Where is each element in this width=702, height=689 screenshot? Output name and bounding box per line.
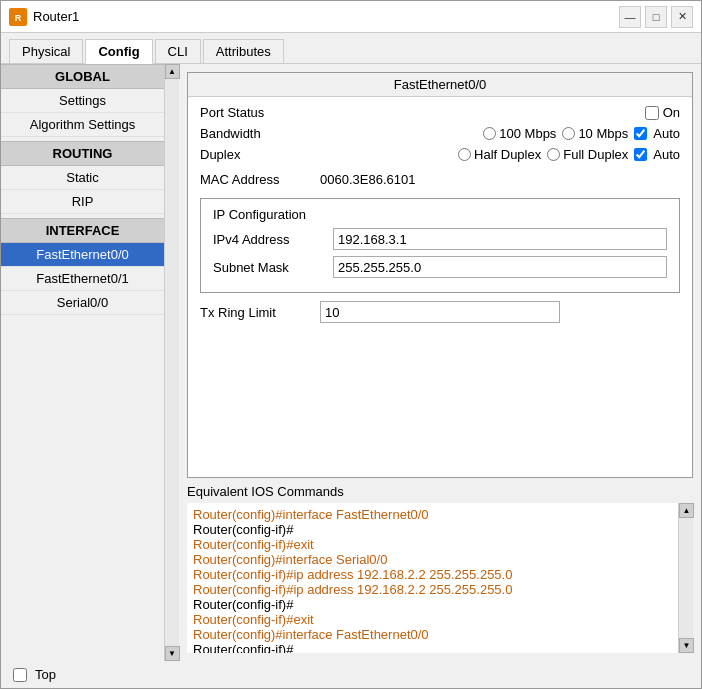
ios-section: Equivalent IOS Commands Router(config)#i… (187, 484, 693, 653)
sidebar-item-static[interactable]: Static (1, 166, 164, 190)
duplex-full-radio[interactable] (547, 148, 560, 161)
ios-console-line: Router(config-if)# (193, 642, 672, 653)
sidebar-routing-header: ROUTING (1, 141, 164, 166)
sidebar-item-serial00[interactable]: Serial0/0 (1, 291, 164, 315)
ipv4-input[interactable] (333, 228, 667, 250)
right-panel: FastEthernet0/0 Port Status On Bandwidth (179, 64, 701, 661)
sidebar-scrollbar[interactable]: ▲ ▼ (164, 64, 179, 661)
maximize-button[interactable]: □ (645, 6, 667, 28)
scrollbar-up-button[interactable]: ▲ (165, 64, 180, 79)
tx-input[interactable] (320, 301, 560, 323)
minimize-button[interactable]: — (619, 6, 641, 28)
bandwidth-100-radio[interactable] (483, 127, 496, 140)
ios-console-line: Router(config-if)#exit (193, 537, 672, 552)
subnet-label: Subnet Mask (213, 260, 333, 275)
tx-ring-row: Tx Ring Limit (200, 301, 680, 327)
subnet-row: Subnet Mask (213, 256, 667, 278)
tab-attributes[interactable]: Attributes (203, 39, 284, 63)
sidebar-interface-header: INTERFACE (1, 218, 164, 243)
sidebar: GLOBAL Settings Algorithm Settings ROUTI… (1, 64, 179, 661)
port-status-row: Port Status On (200, 105, 680, 120)
port-status-right: On (645, 105, 680, 120)
ios-console-line: Router(config-if)#exit (193, 612, 672, 627)
duplex-auto-label: Auto (653, 147, 680, 162)
window-title: Router1 (33, 9, 619, 24)
mac-label: MAC Address (200, 172, 320, 187)
ipv4-row: IPv4 Address (213, 228, 667, 250)
bandwidth-10-label: 10 Mbps (578, 126, 628, 141)
sidebar-global-header: GLOBAL (1, 64, 164, 89)
top-label: Top (35, 667, 56, 682)
port-status-checkbox[interactable] (645, 106, 659, 120)
tab-cli[interactable]: CLI (155, 39, 201, 63)
port-status-on-label: On (663, 105, 680, 120)
bandwidth-100-option[interactable]: 100 Mbps (483, 126, 556, 141)
scrollbar-down-button[interactable]: ▼ (165, 646, 180, 661)
ios-label: Equivalent IOS Commands (187, 484, 693, 499)
close-button[interactable]: ✕ (671, 6, 693, 28)
console-scroll-down[interactable]: ▼ (679, 638, 694, 653)
port-status-label: Port Status (200, 105, 320, 120)
window-icon: R (9, 8, 27, 26)
ios-console-line: Router(config-if)# (193, 597, 672, 612)
tabs-bar: Physical Config CLI Attributes (1, 33, 701, 64)
bandwidth-options: 100 Mbps 10 Mbps Auto (483, 126, 680, 141)
svg-text:R: R (15, 13, 22, 23)
main-window: R Router1 — □ ✕ Physical Config CLI Attr… (0, 0, 702, 689)
ios-console-line: Router(config)#interface FastEthernet0/0 (193, 627, 672, 642)
bandwidth-label: Bandwidth (200, 126, 320, 141)
console-scroll-track (679, 518, 693, 638)
tab-config[interactable]: Config (85, 39, 152, 64)
bandwidth-10-radio[interactable] (562, 127, 575, 140)
duplex-half-radio[interactable] (458, 148, 471, 161)
duplex-full-label: Full Duplex (563, 147, 628, 162)
console-scrollbar[interactable]: ▲ ▼ (678, 503, 693, 653)
ip-config-section: IP Configuration IPv4 Address Subnet Mas… (200, 198, 680, 293)
bandwidth-auto-label: Auto (653, 126, 680, 141)
sidebar-item-settings[interactable]: Settings (1, 89, 164, 113)
ios-console-line: Router(config-if)# (193, 522, 672, 537)
interface-panel: FastEthernet0/0 Port Status On Bandwidth (187, 72, 693, 478)
tx-label: Tx Ring Limit (200, 305, 320, 320)
bandwidth-10-option[interactable]: 10 Mbps (562, 126, 628, 141)
duplex-full-option[interactable]: Full Duplex (547, 147, 628, 162)
ios-console-line: Router(config-if)#ip address 192.168.2.2… (193, 582, 672, 597)
sidebar-item-rip[interactable]: RIP (1, 190, 164, 214)
sidebar-scroll: GLOBAL Settings Algorithm Settings ROUTI… (1, 64, 164, 661)
sidebar-item-fastethernet00[interactable]: FastEthernet0/0 (1, 243, 164, 267)
mac-value: 0060.3E86.6101 (320, 172, 415, 187)
bottom-bar: Top (1, 661, 701, 688)
bandwidth-100-label: 100 Mbps (499, 126, 556, 141)
ipv4-label: IPv4 Address (213, 232, 333, 247)
duplex-auto-checkbox[interactable] (634, 148, 647, 161)
top-checkbox[interactable] (13, 668, 27, 682)
main-content: GLOBAL Settings Algorithm Settings ROUTI… (1, 64, 701, 661)
title-bar: R Router1 — □ ✕ (1, 1, 701, 33)
subnet-input[interactable] (333, 256, 667, 278)
sidebar-item-algorithm-settings[interactable]: Algorithm Settings (1, 113, 164, 137)
interface-panel-header: FastEthernet0/0 (188, 73, 692, 97)
ip-config-title: IP Configuration (213, 207, 667, 222)
ios-console-line: Router(config)#interface FastEthernet0/0 (193, 507, 672, 522)
duplex-options: Half Duplex Full Duplex Auto (458, 147, 680, 162)
ios-console-line: Router(config-if)#ip address 192.168.2.2… (193, 567, 672, 582)
window-controls: — □ ✕ (619, 6, 693, 28)
console-scroll-up[interactable]: ▲ (679, 503, 694, 518)
scrollbar-track (165, 79, 179, 646)
mac-row: MAC Address 0060.3E86.6101 (200, 168, 680, 190)
duplex-half-option[interactable]: Half Duplex (458, 147, 541, 162)
duplex-row: Duplex Half Duplex Full Duplex A (200, 147, 680, 162)
bandwidth-auto-checkbox[interactable] (634, 127, 647, 140)
ios-console[interactable]: Router(config)#interface FastEthernet0/0… (187, 503, 678, 653)
console-wrapper: Router(config)#interface FastEthernet0/0… (187, 503, 693, 653)
ios-console-line: Router(config)#interface Serial0/0 (193, 552, 672, 567)
interface-panel-body: Port Status On Bandwidth 100 Mbps (188, 97, 692, 335)
bandwidth-row: Bandwidth 100 Mbps 10 Mbps Auto (200, 126, 680, 141)
sidebar-item-fastethernet01[interactable]: FastEthernet0/1 (1, 267, 164, 291)
tab-physical[interactable]: Physical (9, 39, 83, 63)
duplex-label: Duplex (200, 147, 320, 162)
duplex-half-label: Half Duplex (474, 147, 541, 162)
